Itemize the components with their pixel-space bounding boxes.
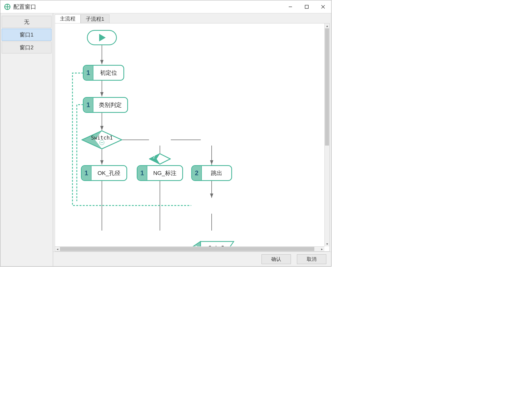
- node-badge: 1: [84, 66, 93, 80]
- config-window: 配置窗口 无 窗口1 窗口2 主流程 子流程1: [0, 0, 332, 267]
- node-badge: 1: [138, 166, 147, 180]
- horizontal-scrollbar[interactable]: ◂ ▸: [55, 246, 324, 251]
- scroll-down-icon[interactable]: ▾: [325, 241, 329, 246]
- node-class-judge[interactable]: 1 类别判定: [83, 97, 128, 113]
- close-button[interactable]: [315, 0, 331, 13]
- maximize-button[interactable]: [299, 0, 315, 13]
- node-ok-hole[interactable]: 1 OK_孔径: [81, 165, 127, 181]
- node-label: OK_孔径: [92, 166, 126, 180]
- tab-main-flow[interactable]: 主流程: [55, 14, 81, 23]
- window-title: 配置窗口: [13, 3, 36, 11]
- node-label: 初定位: [93, 66, 123, 80]
- start-node[interactable]: [87, 30, 117, 45]
- tab-sub-flow-1[interactable]: 子流程1: [81, 14, 110, 23]
- sidebar-item-window2[interactable]: 窗口2: [2, 41, 51, 53]
- svg-rect-4: [305, 5, 308, 8]
- sidebar-item-none[interactable]: 无: [2, 16, 51, 28]
- app-icon: [4, 4, 11, 10]
- tabs: 主流程 子流程1: [53, 13, 331, 23]
- node-jump-out[interactable]: 2 跳出: [191, 165, 232, 181]
- node-switch1[interactable]: Switch1 −: [81, 130, 122, 149]
- node-badge: 1: [84, 98, 93, 112]
- vscroll-thumb[interactable]: [325, 28, 329, 146]
- ok-button[interactable]: 确认: [262, 254, 291, 264]
- vertical-scrollbar[interactable]: ▴ ▾: [324, 23, 329, 246]
- node-ng-mark[interactable]: 1 NG_标注: [137, 165, 183, 181]
- titlebar: 配置窗口: [0, 0, 331, 13]
- cancel-button[interactable]: 取消: [297, 254, 326, 264]
- scroll-up-icon[interactable]: ▴: [325, 23, 329, 28]
- footer: 确认 取消: [53, 252, 331, 266]
- scroll-left-icon[interactable]: ◂: [55, 247, 60, 252]
- hscroll-thumb[interactable]: [60, 247, 314, 251]
- node-label: 跳出: [202, 166, 231, 180]
- node-branch-2[interactable]: 2: [149, 153, 171, 165]
- node-badge: 2: [192, 166, 202, 180]
- flowchart-canvas[interactable]: 1 初定位 1 类别判定: [55, 23, 329, 251]
- canvas-wrap: 1 初定位 1 类别判定: [55, 23, 330, 252]
- node-init-position[interactable]: 1 初定位: [83, 65, 124, 81]
- play-icon: [99, 34, 106, 41]
- node-label: 类别判定: [93, 98, 127, 112]
- node-badge: 1: [82, 166, 92, 180]
- scroll-right-icon[interactable]: ▸: [320, 247, 324, 252]
- minimize-button[interactable]: [282, 0, 299, 13]
- sidebar: 无 窗口1 窗口2: [0, 13, 53, 266]
- node-label: NG_标注: [147, 166, 182, 180]
- sidebar-item-window1[interactable]: 窗口1: [2, 29, 51, 41]
- branch-number: 2: [153, 155, 155, 159]
- collapse-icon[interactable]: −: [99, 140, 104, 145]
